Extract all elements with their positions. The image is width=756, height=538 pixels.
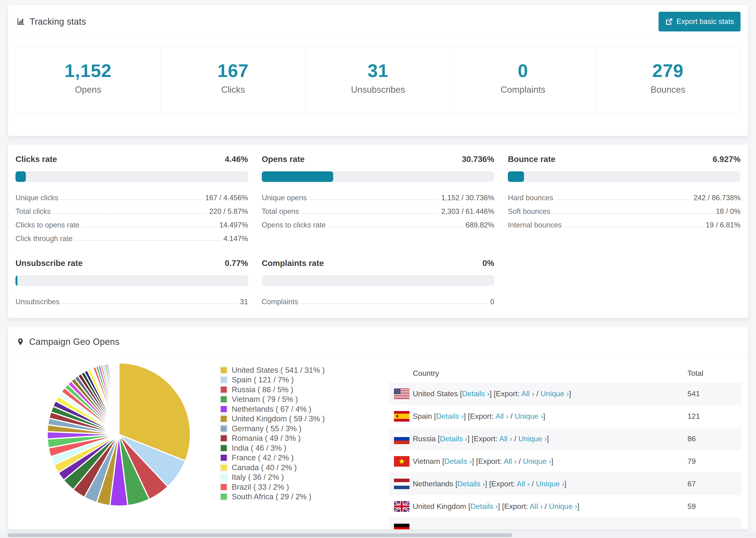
progress-bar-fill	[508, 171, 524, 182]
geo-table-body: United States [Details ›] [Export: All ›…	[389, 382, 741, 529]
progress-bar	[262, 275, 495, 286]
stat-row-label: Hard bounces	[508, 194, 553, 202]
geo-opens-pie-chart	[44, 359, 194, 510]
legend-swatch	[220, 415, 228, 423]
details-link[interactable]: Details ›	[462, 389, 490, 398]
stat-row-total-clicks: Total clicks220 / 5.87%	[16, 202, 248, 216]
bracket-text: ] [Export:	[498, 502, 530, 511]
dotted-leader	[301, 303, 487, 304]
progress-bar	[262, 171, 495, 182]
legend-label: Germany ( 55 / 3% )	[232, 424, 301, 433]
legend-swatch	[220, 405, 228, 413]
legend-item-vietnam[interactable]: Vietnam ( 79 / 5% )	[220, 395, 325, 404]
legend-item-brazil[interactable]: Brazil ( 33 / 2% )	[220, 482, 325, 492]
progress-bar	[508, 171, 740, 182]
flag-icon-de	[394, 524, 409, 530]
geo-opens-header: Campaign Geo Opens	[8, 327, 748, 357]
export-unique-link[interactable]: Unique ›	[549, 502, 577, 511]
export-unique-link[interactable]: Unique ›	[514, 412, 543, 420]
table-row-netherlands: Netherlands [Details ›] [Export: All › /…	[389, 472, 741, 495]
details-link[interactable]: Details ›	[436, 412, 464, 420]
legend-item-india[interactable]: India ( 46 / 3% )	[220, 443, 325, 453]
flag-icon-us	[394, 389, 409, 399]
stat-row-value: 19 / 6.81%	[706, 221, 740, 229]
legend-item-united-kingdom[interactable]: United Kingdom ( 59 / 3% )	[220, 414, 325, 424]
country-cell: Netherlands [Details ›] [Export: All › /…	[409, 480, 687, 488]
stat-row-label: Unsubscribes	[16, 297, 60, 306]
stat-row-hard-bounces: Hard bounces242 / 86.738%	[508, 188, 740, 202]
rate-value: 4.46%	[225, 154, 248, 164]
legend-item-netherlands[interactable]: Netherlands ( 67 / 4% )	[220, 404, 325, 414]
details-link[interactable]: Details ›	[470, 502, 498, 511]
dotted-leader	[553, 213, 713, 214]
slash-text: /	[516, 457, 523, 465]
campaign-geo-opens-card: Campaign Geo Opens United States ( 541 /…	[8, 326, 748, 529]
pie-legend: United States ( 541 / 31% )Spain ( 121 /…	[220, 365, 325, 502]
rate-value: 30.736%	[462, 154, 494, 164]
stat-row-label: Clicks to opens rate	[16, 221, 80, 229]
export-unique-link[interactable]: Unique ›	[540, 389, 569, 398]
horizontal-scrollbar-thumb[interactable]	[8, 533, 512, 537]
tracking-stats-header: Tracking stats Export basic stats	[8, 5, 748, 38]
export-all-link[interactable]: All ›	[495, 412, 508, 420]
stat-row-complaints: Complaints0	[262, 293, 495, 306]
legend-item-france[interactable]: France ( 42 / 2% )	[220, 453, 325, 463]
stat-row-value: 1,152 / 30.736%	[441, 194, 495, 202]
rate-stat-rows: Unsubscribes31	[16, 293, 248, 306]
horizontal-scrollbar-track[interactable]	[0, 532, 756, 538]
legend-item-germany[interactable]: Germany ( 55 / 3% )	[220, 424, 325, 434]
stats-summary-row: 1,152Opens167Clicks31Unsubscribes0Compla…	[16, 46, 740, 113]
stat-row-total-opens: Total opens2,303 / 61.446%	[262, 202, 495, 216]
bracket-text: ] [Export:	[490, 389, 521, 398]
export-basic-stats-button[interactable]: Export basic stats	[659, 12, 740, 31]
details-link[interactable]: Details ›	[440, 435, 467, 443]
bracket-text: ]	[577, 502, 579, 511]
legend-item-romania[interactable]: Romania ( 49 / 3% )	[220, 434, 325, 443]
export-icon	[665, 18, 673, 26]
legend-item-russia[interactable]: Russia ( 86 / 5% )	[220, 385, 325, 395]
rate-stat-rows: Complaints0	[262, 293, 495, 306]
legend-item-canada[interactable]: Canada ( 40 / 2% )	[220, 463, 325, 472]
export-all-link[interactable]: All ›	[517, 480, 530, 488]
legend-item-south-africa[interactable]: South Africa ( 29 / 2% )	[220, 492, 325, 502]
stat-row-label: Soft bounces	[508, 207, 550, 216]
country-name: Vietnam	[413, 457, 440, 465]
bracket-text: ]	[551, 457, 553, 465]
rate-title: Clicks rate	[16, 154, 57, 164]
stat-row-label: Click through rate	[16, 235, 73, 243]
legend-item-united-states[interactable]: United States ( 541 / 31% )	[220, 365, 325, 375]
rate-panel-complaints-rate: Complaints rate0%Complaints0	[262, 258, 495, 306]
stat-label: Complaints	[451, 85, 595, 95]
bracket-text: ]	[547, 435, 549, 443]
stat-value: 279	[596, 60, 740, 81]
export-all-link[interactable]: All ›	[530, 502, 543, 511]
stat-row-label: Total opens	[262, 207, 299, 216]
export-all-link[interactable]: All ›	[499, 435, 512, 443]
legend-swatch	[220, 493, 228, 501]
export-unique-link[interactable]: Unique ›	[536, 480, 565, 488]
export-button-label: Export basic stats	[676, 17, 734, 26]
legend-item-spain[interactable]: Spain ( 121 / 7% )	[220, 375, 325, 385]
export-unique-link[interactable]: Unique ›	[518, 435, 547, 443]
legend-swatch	[220, 463, 228, 471]
stat-row-value: 31	[240, 297, 248, 306]
legend-item-italy[interactable]: Italy ( 36 / 2% )	[220, 472, 325, 482]
stat-row-value: 689.82%	[465, 221, 494, 229]
export-all-link[interactable]: All ›	[504, 457, 516, 465]
total-cell: 541	[687, 389, 741, 398]
legend-label: Spain ( 121 / 7% )	[232, 375, 294, 384]
rate-panel-head: Clicks rate4.46%	[16, 154, 248, 164]
dotted-leader	[328, 227, 463, 227]
rates-card: Clicks rate4.46%Unique clicks167 / 4.456…	[8, 144, 748, 318]
export-all-link[interactable]: All ›	[521, 389, 534, 398]
legend-label: Russia ( 86 / 5% )	[232, 385, 293, 394]
details-link[interactable]: Details ›	[458, 480, 485, 488]
legend-swatch	[220, 376, 228, 384]
table-row-russia: Russia [Details ›] [Export: All › / Uniq…	[389, 427, 741, 450]
stat-label: Unsubscribes	[306, 85, 450, 95]
rate-panel-clicks-rate: Clicks rate4.46%Unique clicks167 / 4.456…	[16, 154, 248, 243]
stat-row-internal-bounces: Internal bounces19 / 6.81%	[508, 216, 740, 229]
details-link[interactable]: Details ›	[445, 457, 472, 465]
export-unique-link[interactable]: Unique ›	[523, 457, 551, 465]
rate-panel-head: Unsubscribe rate0.77%	[16, 258, 248, 268]
